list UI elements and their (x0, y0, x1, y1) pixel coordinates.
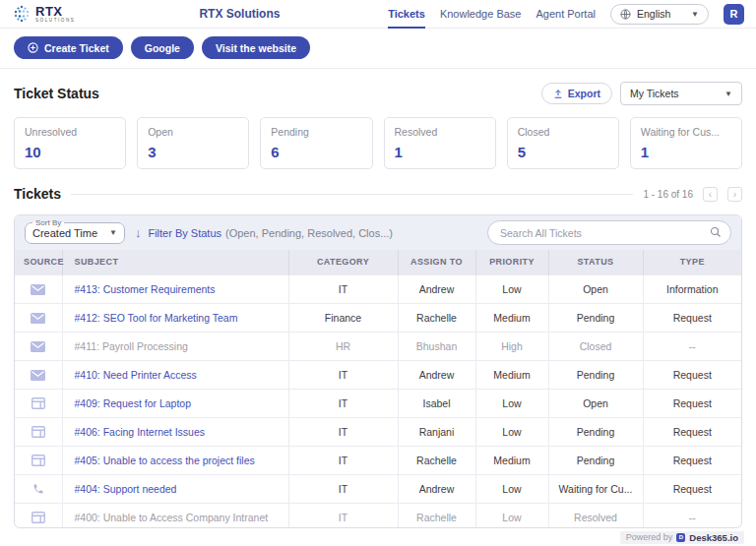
ticket-subject-link[interactable]: #412: SEO Tool for Marketing Team (75, 312, 238, 324)
export-button[interactable]: Export (541, 83, 612, 104)
ticket-category: Finance (288, 303, 398, 332)
table-row[interactable]: #410: Need Printer Access IT Andrew Medi… (15, 360, 741, 389)
table-row[interactable]: #413: Customer Requirements IT Andrew Lo… (15, 274, 741, 303)
email-icon (31, 313, 45, 324)
ticket-assignee: Andrew (398, 474, 475, 503)
desk365-brand: Desk365.io (689, 532, 738, 543)
search-icon (710, 226, 722, 238)
phone-icon (32, 483, 44, 495)
actions-bar: Create Ticket Google Visit the website (0, 29, 756, 69)
ticket-status: Pending (548, 360, 643, 389)
ticket-category: IT (288, 274, 398, 303)
status-card-closed[interactable]: Closed 5 (507, 117, 619, 169)
ticket-type: Request (643, 303, 741, 332)
status-card-waiting[interactable]: Waiting for Cus... 1 (630, 117, 742, 169)
language-select[interactable]: English ▼ (610, 4, 709, 25)
ticket-subject-link[interactable]: #406: Facing Internet Issues (75, 426, 206, 438)
table-header-row: SOURCE SUBJECT CATEGORY ASSIGN TO PRIORI… (15, 250, 741, 274)
nav-agent-portal[interactable]: Agent Portal (536, 0, 596, 29)
ticket-priority: Low (475, 274, 548, 303)
tickets-title: Tickets (14, 186, 61, 202)
powered-by-badge[interactable]: Powered by D Desk365.io (620, 531, 744, 544)
ticket-subject-link[interactable]: #410: Need Printer Access (75, 369, 197, 381)
ticket-assignee: Andrew (398, 360, 475, 389)
ticket-status: Pending (548, 303, 643, 332)
tickets-table-card: Sort By Created Time ▼ ↓ Filter By Statu… (14, 214, 742, 528)
ticket-assignee: Rachelle (398, 446, 475, 474)
ticket-subject-link[interactable]: #411: Payroll Processing (75, 340, 188, 352)
ticket-status: Open (548, 389, 643, 417)
chevron-down-icon: ▼ (109, 228, 117, 237)
sort-by-value: Created Time (32, 227, 97, 239)
ticket-category: IT (288, 360, 398, 389)
ticket-status-section: Ticket Status Export My Tickets ▼ Unreso… (0, 82, 756, 169)
top-header: RTX SOLUTIONS RTX Solutions Tickets Know… (0, 0, 756, 29)
email-icon (31, 341, 45, 352)
status-card-open[interactable]: Open 3 (137, 117, 249, 169)
chevron-down-icon: ▼ (691, 10, 699, 19)
ticket-type: Request (643, 389, 741, 417)
webform-icon (32, 397, 45, 409)
header-nav: Tickets Knowledge Base Agent Portal Engl… (388, 0, 744, 29)
ticket-subject-link[interactable]: #400: Unable to Access Company Intranet (75, 512, 269, 523)
upload-icon (553, 89, 563, 99)
status-card-pending[interactable]: Pending 6 (260, 117, 372, 169)
table-row[interactable]: #406: Facing Internet Issues IT Ranjani … (15, 417, 741, 446)
ticket-view-value: My Tickets (630, 88, 679, 99)
ticket-subject-link[interactable]: #413: Customer Requirements (75, 283, 216, 295)
table-row[interactable]: #409: Request for Laptop IT Isabel Low O… (15, 389, 741, 417)
sort-by-select[interactable]: Sort By Created Time ▼ (25, 218, 125, 244)
sort-direction-icon[interactable]: ↓ (135, 225, 142, 240)
page-title: RTX Solutions (199, 7, 280, 21)
col-subject: SUBJECT (62, 250, 288, 274)
ticket-assignee: Rachelle (398, 303, 475, 332)
tickets-table: SOURCE SUBJECT CATEGORY ASSIGN TO PRIORI… (15, 250, 741, 528)
ticket-category: IT (288, 417, 398, 446)
webform-icon (32, 512, 45, 523)
table-row[interactable]: #400: Unable to Access Company Intranet … (15, 503, 741, 528)
filter-by-status-link[interactable]: Filter By Status (148, 227, 221, 239)
ticket-status: Pending (548, 417, 643, 446)
pagination-prev-button[interactable]: ‹ (703, 187, 718, 202)
col-type: TYPE (643, 250, 741, 274)
ticket-category: IT (288, 474, 398, 503)
company-logo[interactable]: RTX SOLUTIONS (12, 4, 75, 24)
plus-circle-icon (28, 42, 38, 53)
google-button[interactable]: Google (131, 36, 194, 59)
user-avatar[interactable]: R (724, 4, 744, 25)
ticket-status: Closed (548, 332, 643, 360)
ticket-priority: Low (475, 503, 548, 528)
create-ticket-button[interactable]: Create Ticket (14, 36, 123, 59)
desk365-icon: D (676, 533, 685, 542)
page-footer: Powered by D Desk365.io (0, 528, 756, 546)
pagination-next-button[interactable]: › (727, 187, 742, 202)
ticket-view-select[interactable]: My Tickets ▼ (620, 82, 742, 105)
table-row[interactable]: #404: Support needed IT Andrew Low Waiti… (15, 474, 741, 503)
ticket-assignee: Isabel (398, 389, 475, 417)
table-row[interactable]: #411: Payroll Processing HR Bhushan High… (15, 332, 741, 360)
ticket-type: -- (643, 332, 741, 360)
logo-text: RTX (35, 5, 75, 18)
table-row[interactable]: #405: Unable to access the project files… (15, 446, 741, 474)
ticket-assignee: Ranjani (398, 417, 475, 446)
visit-website-button[interactable]: Visit the website (202, 36, 310, 59)
ticket-subject-link[interactable]: #409: Request for Laptop (75, 397, 192, 409)
ticket-category: IT (288, 389, 398, 417)
ticket-subject-link[interactable]: #404: Support needed (75, 483, 177, 495)
nav-knowledge-base[interactable]: Knowledge Base (440, 0, 522, 29)
col-status: STATUS (548, 250, 643, 274)
tickets-table-body: #413: Customer Requirements IT Andrew Lo… (15, 274, 741, 528)
ticket-priority: Low (475, 474, 548, 503)
tickets-section: Tickets 1 - 16 of 16 ‹ › (0, 186, 756, 202)
helpdesk-page: RTX SOLUTIONS RTX Solutions Tickets Know… (0, 0, 756, 546)
ticket-category: IT (288, 503, 398, 528)
ticket-assignee: Andrew (398, 274, 475, 303)
ticket-subject-link[interactable]: #405: Unable to access the project files (75, 455, 255, 466)
search-input[interactable] (487, 220, 731, 245)
nav-tickets[interactable]: Tickets (388, 0, 425, 29)
ticket-status: Open (548, 274, 643, 303)
logo-subtext: SOLUTIONS (35, 19, 75, 24)
status-card-resolved[interactable]: Resolved 1 (384, 117, 496, 169)
table-row[interactable]: #412: SEO Tool for Marketing Team Financ… (15, 303, 741, 332)
status-card-unresolved[interactable]: Unresolved 10 (14, 117, 126, 169)
